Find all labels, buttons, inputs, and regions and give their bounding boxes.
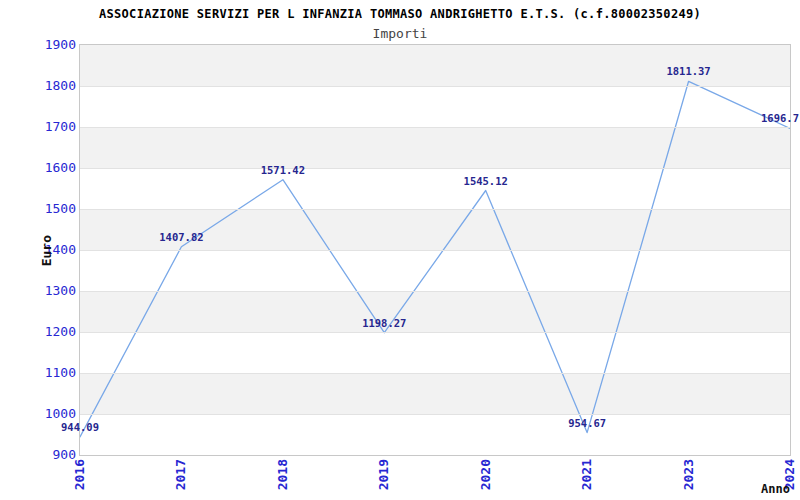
data-point-label: 1571.42 — [261, 164, 305, 177]
y-tick-label: 1200 — [30, 324, 76, 340]
y-tick-label: 1900 — [30, 37, 76, 53]
data-point-label: 944.09 — [61, 421, 99, 434]
y-tick-label: 1300 — [30, 283, 76, 299]
x-tick-label: 2023 — [682, 459, 696, 490]
gridline — [80, 209, 790, 210]
gridline — [80, 332, 790, 333]
data-point-label: 1545.12 — [464, 175, 508, 188]
y-tick-label: 1600 — [30, 160, 76, 176]
y-tick-label: 1700 — [30, 119, 76, 135]
data-point-label: 954.67 — [568, 417, 606, 430]
y-tick-label: 1000 — [30, 406, 76, 422]
data-point-label: 1811.37 — [666, 65, 710, 78]
x-tick-label: 2017 — [174, 459, 188, 490]
data-point-label: 1696.7 — [761, 112, 799, 125]
gridline — [80, 414, 790, 415]
y-tick-label: 1500 — [30, 201, 76, 217]
y-tick-label: 1100 — [30, 365, 76, 381]
gridline — [80, 86, 790, 87]
x-tick-label: 2018 — [276, 459, 290, 490]
plot-area — [79, 44, 791, 456]
x-tick-label: 2021 — [580, 459, 594, 490]
x-tick-label: 2019 — [377, 459, 391, 490]
y-tick-label: 900 — [30, 447, 76, 463]
gridline — [80, 291, 790, 292]
data-point-label: 1198.27 — [362, 317, 406, 330]
x-tick-label: 2020 — [479, 459, 493, 490]
x-axis-title: Anno — [761, 482, 790, 496]
gridline — [80, 373, 790, 374]
chart-subtitle: Importi — [0, 26, 800, 41]
y-axis-title: Euro — [39, 235, 54, 266]
data-point-label: 1407.82 — [159, 231, 203, 244]
gridline — [80, 250, 790, 251]
series-line — [80, 81, 790, 437]
x-tick-label: 2016 — [73, 459, 87, 490]
gridline — [80, 168, 790, 169]
y-tick-label: 1800 — [30, 78, 76, 94]
gridline — [80, 127, 790, 128]
chart-title: ASSOCIAZIONE SERVIZI PER L INFANZIA TOMM… — [0, 7, 800, 21]
